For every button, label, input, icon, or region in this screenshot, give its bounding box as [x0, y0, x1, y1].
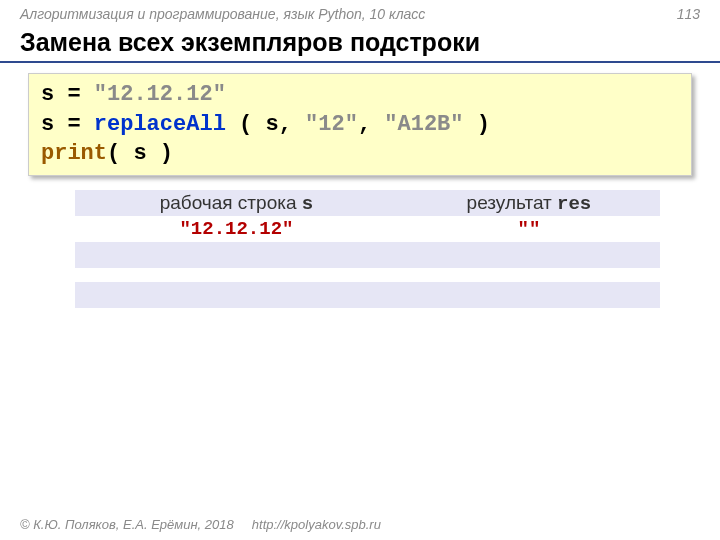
code-block: s = "12.12.12" s = replaceAll ( s, "12",…	[28, 73, 692, 176]
code-string: "A12B"	[384, 112, 463, 137]
slide-header: Алгоритмизация и программирование, язык …	[0, 0, 720, 26]
code-token: )	[147, 141, 173, 166]
cell-empty	[75, 282, 398, 308]
copyright: © К.Ю. Поляков, Е.А. Ерёмин, 2018	[20, 517, 234, 532]
table-row	[75, 282, 660, 308]
slide-footer: © К.Ю. Поляков, Е.А. Ерёмин, 2018 http:/…	[20, 517, 381, 532]
cell-res: ""	[398, 216, 660, 242]
table-header-s: рабочая строка s	[75, 190, 398, 216]
footer-url: http://kpolyakov.spb.ru	[252, 517, 381, 532]
code-token: s =	[41, 82, 94, 107]
code-token: (	[107, 141, 133, 166]
code-line-1: s = "12.12.12"	[41, 80, 679, 110]
code-line-2: s = replaceAll ( s, "12", "A12B" )	[41, 110, 679, 140]
header-var: res	[557, 193, 591, 215]
table-row	[75, 242, 660, 268]
cell-s: "12.12.12"	[75, 216, 398, 242]
code-token: )	[464, 112, 490, 137]
code-token: ,	[358, 112, 384, 137]
header-text: результат	[467, 192, 557, 213]
code-token: ,	[279, 112, 305, 137]
code-string: "12.12.12"	[94, 82, 226, 107]
page-number: 113	[677, 6, 700, 22]
cell-empty	[398, 282, 660, 308]
table-row: "12.12.12" ""	[75, 216, 660, 242]
code-token: (	[226, 112, 266, 137]
code-token: s =	[41, 112, 94, 137]
header-text: рабочая строка	[160, 192, 302, 213]
code-string: "12"	[305, 112, 358, 137]
course-name: Алгоритмизация и программирование, язык …	[20, 6, 425, 22]
table-header-row: рабочая строка s результат res	[75, 190, 660, 216]
cell-empty	[398, 242, 660, 268]
code-token: s	[265, 112, 278, 137]
header-var: s	[302, 193, 313, 215]
code-token: s	[133, 141, 146, 166]
cell-empty	[75, 242, 398, 268]
code-function: replaceAll	[94, 112, 226, 137]
trace-table: рабочая строка s результат res "12.12.12…	[75, 190, 660, 308]
table-gap	[75, 268, 660, 282]
code-keyword: print	[41, 141, 107, 166]
table-header-res: результат res	[398, 190, 660, 216]
slide-title: Замена всех экземпляров подстроки	[0, 26, 720, 63]
code-line-3: print( s )	[41, 139, 679, 169]
